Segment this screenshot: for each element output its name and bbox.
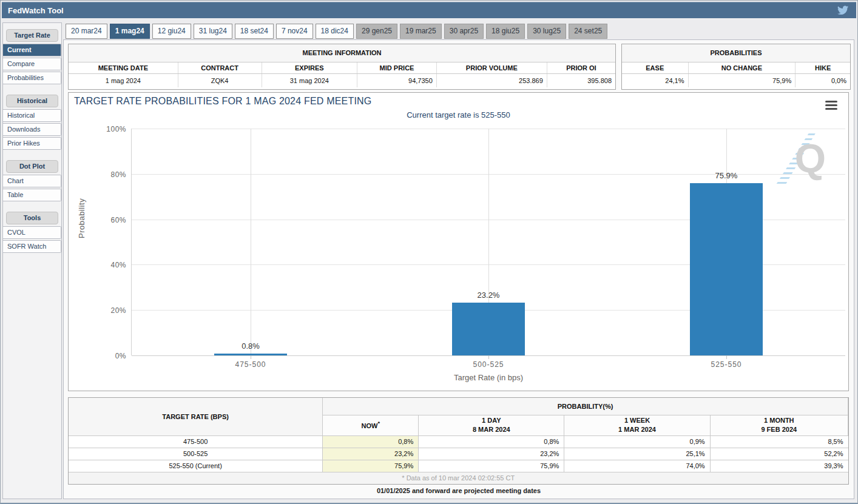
twitter-icon[interactable]: [837, 4, 849, 16]
prior-oi-value: 395.808: [547, 73, 615, 87]
week-value: 74,0%: [564, 460, 710, 472]
chart-subtitle: Current target rate is 525-550: [69, 110, 848, 119]
bar-475-500[interactable]: [214, 354, 287, 355]
x-tick: [488, 355, 489, 359]
rate-475-500: 475-500: [69, 435, 323, 448]
sidebar: Target Rate Current Compare Probabilitie…: [2, 22, 62, 499]
meeting-info-title: MEETING INFORMATION: [69, 44, 615, 62]
tab-29gen25[interactable]: 29 gen25: [356, 24, 397, 39]
sidebar-item-downloads[interactable]: Downloads: [3, 123, 61, 136]
rate-525-550-current: 525-550 (Current): [69, 460, 323, 472]
one-month-column-header: 1 MONTH9 FEB 2024: [710, 415, 848, 435]
week-value: 0,9%: [564, 435, 710, 448]
tab-18dic24[interactable]: 18 dic24: [316, 24, 354, 39]
sidebar-item-probabilities[interactable]: Probabilities: [3, 72, 61, 84]
bar-value-label: 75.9%: [678, 171, 775, 180]
chart-title: TARGET RATE PROBABILITIES FOR 1 MAG 2024…: [74, 96, 372, 107]
no-change-value: 75,9%: [688, 73, 796, 87]
content-area: MEETING INFORMATION MEETING DATE CONTRAC…: [63, 39, 854, 499]
y-tick-label: 0%: [115, 352, 126, 360]
tab-19mar25[interactable]: 19 mar25: [400, 24, 442, 39]
sidebar-item-sofr-watch[interactable]: SOFR Watch: [3, 240, 61, 253]
quikstrike-watermark: Q: [774, 133, 828, 187]
probability-pct-header: PROBABILITY(%): [323, 398, 848, 415]
sidebar-item-table[interactable]: Table: [3, 189, 61, 201]
prior-volume-value: 253.869: [436, 73, 547, 87]
tab-24set25[interactable]: 24 set25: [569, 24, 607, 39]
watermark-stripes: [774, 133, 822, 187]
col-hike: HIKE: [796, 62, 850, 73]
sidebar-section-tools: Tools: [6, 212, 58, 224]
meeting-date-value: 1 mag 2024: [69, 73, 178, 87]
sidebar-item-compare[interactable]: Compare: [3, 58, 61, 70]
tab-7nov24[interactable]: 7 nov24: [276, 24, 313, 39]
col-no-change: NO CHANGE: [688, 62, 796, 73]
sidebar-item-prior-hikes[interactable]: Prior Hikes: [3, 137, 61, 150]
sidebar-item-current[interactable]: Current: [3, 44, 61, 56]
now-column-header: NOW*: [323, 415, 419, 435]
rate-500-525: 500-525: [69, 448, 323, 460]
week-value: 25,1%: [564, 448, 710, 460]
y-tick-label: 100%: [106, 125, 126, 133]
month-value: 52,2%: [710, 448, 848, 460]
chart-menu-icon[interactable]: [825, 101, 837, 110]
sidebar-item-historical[interactable]: Historical: [3, 109, 61, 122]
sidebar-item-cvol[interactable]: CVOL: [3, 226, 61, 239]
sidebar-item-chart[interactable]: Chart: [3, 175, 61, 187]
bar-group-475-500: 0.8%: [214, 129, 287, 355]
table-row: 525-550 (Current) 75,9% 75,9% 74,0% 39,3…: [69, 460, 848, 472]
x-tick-label: 475-500: [202, 360, 299, 369]
now-value: 23,2%: [323, 448, 419, 460]
target-rate-bps-header: TARGET RATE (BPS): [69, 398, 323, 435]
data-asof-footnote: * Data as of 10 mar 2024 02:02:55 CT: [69, 472, 848, 484]
tab-31lug24[interactable]: 31 lug24: [194, 24, 232, 39]
table-row: 475-500 0,8% 0,8% 0,9% 8,5%: [69, 435, 848, 448]
day-value: 75,9%: [419, 460, 564, 472]
month-value: 8,5%: [710, 435, 848, 448]
col-meeting-date: MEETING DATE: [69, 62, 178, 73]
x-axis-title: Target Rate (in bps): [132, 373, 845, 382]
x-tick-label: 525-550: [678, 360, 775, 369]
sidebar-section-target-rate: Target Rate: [6, 29, 58, 42]
tab-12giu24[interactable]: 12 giu24: [152, 24, 191, 39]
day-value: 23,2%: [419, 448, 564, 460]
y-tick-label: 20%: [110, 306, 126, 315]
tab-30apr25[interactable]: 30 apr25: [444, 24, 484, 39]
tab-30lug25[interactable]: 30 lug25: [527, 24, 566, 39]
x-tick: [251, 355, 251, 359]
col-contract: CONTRACT: [178, 62, 262, 73]
now-value: 75,9%: [323, 460, 419, 472]
col-expires: EXPIRES: [262, 62, 357, 73]
probabilities-panel: PROBABILITIES EASE NO CHANGE HIKE 24,1% …: [621, 44, 851, 90]
bar-value-label: 23.2%: [440, 291, 537, 300]
watermark-q-letter: Q: [795, 138, 826, 178]
one-week-column-header: 1 WEEK1 MAR 2024: [564, 415, 710, 435]
probabilities-row: 24,1% 75,9% 0,0%: [622, 73, 850, 87]
now-asterisk: *: [377, 420, 380, 426]
probability-history-table: TARGET RATE (BPS) PROBABILITY(%) NOW* 1 …: [68, 397, 849, 485]
col-mid-price: MID PRICE: [357, 62, 437, 73]
sidebar-section-historical: Historical: [6, 95, 58, 107]
ease-value: 24,1%: [622, 73, 688, 87]
contract-value: ZQK4: [178, 73, 262, 87]
bar-group-500-525: 23.2%: [452, 129, 525, 355]
col-prior-oi: PRIOR OI: [547, 62, 615, 73]
meeting-info-row: 1 mag 2024 ZQK4 31 mag 2024 94,7350 253.…: [69, 73, 615, 87]
chart-panel: TARGET RATE PROBABILITIES FOR 1 MAG 2024…: [68, 92, 849, 391]
bar-group-525-550: 75.9%: [690, 129, 763, 355]
titlebar: FedWatch Tool: [2, 2, 856, 18]
bar-value-label: 0.8%: [202, 341, 299, 351]
col-prior-volume: PRIOR VOLUME: [436, 62, 547, 73]
projected-dates-note: 01/01/2025 and forward are projected mee…: [64, 487, 854, 494]
hike-value: 0,0%: [796, 73, 850, 87]
y-tick-label: 40%: [110, 261, 126, 269]
tab-18set24[interactable]: 18 set24: [235, 24, 274, 39]
tab-20mar24[interactable]: 20 mar24: [66, 24, 107, 39]
table-row: 500-525 23,2% 23,2% 25,1% 52,2%: [69, 448, 848, 460]
tab-18giu25[interactable]: 18 giu25: [486, 24, 525, 39]
tab-1mag24[interactable]: 1 mag24: [110, 24, 150, 39]
bar-525-550[interactable]: [690, 183, 763, 355]
day-value: 0,8%: [419, 435, 564, 448]
meeting-date-tabs: 20 mar24 1 mag24 12 giu24 31 lug24 18 se…: [66, 24, 607, 39]
bar-500-525[interactable]: [452, 303, 525, 355]
